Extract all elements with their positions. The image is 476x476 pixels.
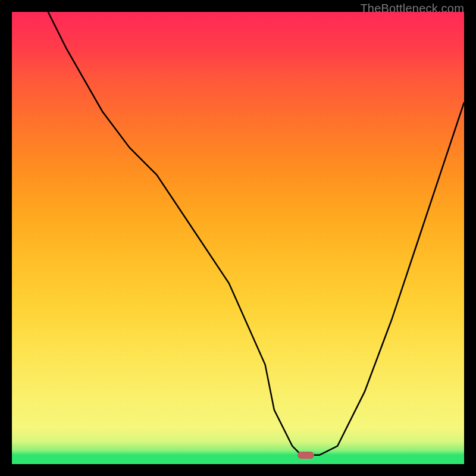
optimal-point-marker: [298, 452, 314, 459]
bottleneck-curve: [12, 12, 464, 464]
chart-frame: TheBottleneck.com: [0, 0, 476, 476]
plot-area: [12, 12, 464, 464]
